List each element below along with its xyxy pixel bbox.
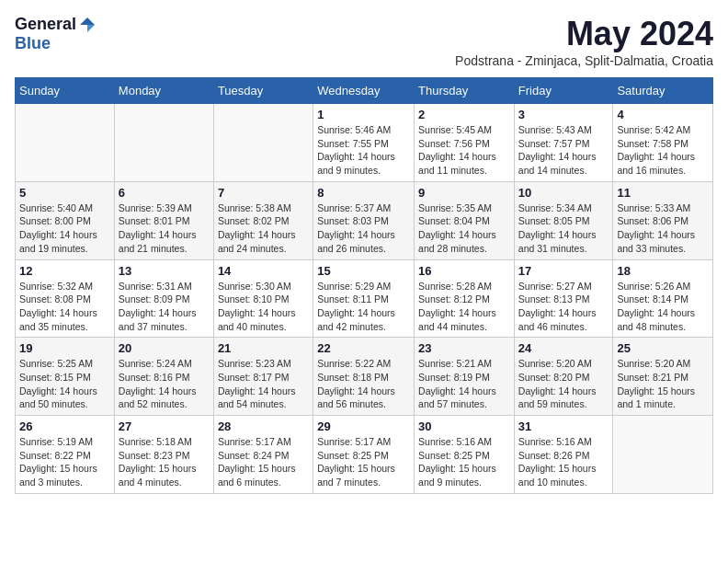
day-info: Sunrise: 5:42 AM Sunset: 7:58 PM Dayligh… [617, 123, 709, 178]
day-info: Sunrise: 5:18 AM Sunset: 8:23 PM Dayligh… [119, 435, 210, 489]
svg-marker-1 [87, 25, 95, 32]
day-of-week-header: Wednesday [313, 78, 415, 104]
day-info: Sunrise: 5:17 AM Sunset: 8:25 PM Dayligh… [317, 435, 410, 489]
calendar-cell: 10Sunrise: 5:34 AM Sunset: 8:05 PM Dayli… [514, 181, 613, 259]
logo-general: General [15, 15, 76, 34]
day-number: 18 [617, 264, 709, 278]
calendar-cell: 9Sunrise: 5:35 AM Sunset: 8:04 PM Daylig… [415, 181, 515, 259]
day-info: Sunrise: 5:20 AM Sunset: 8:21 PM Dayligh… [617, 357, 709, 411]
day-number: 27 [119, 419, 210, 433]
day-info: Sunrise: 5:29 AM Sunset: 8:11 PM Dayligh… [317, 280, 410, 334]
logo: General Blue [15, 15, 97, 53]
day-number: 30 [418, 419, 510, 433]
day-of-week-header: Sunday [16, 78, 115, 104]
calendar-cell: 31Sunrise: 5:16 AM Sunset: 8:26 PM Dayli… [514, 416, 613, 494]
day-number: 12 [19, 264, 110, 278]
calendar-table: SundayMondayTuesdayWednesdayThursdayFrid… [15, 77, 713, 494]
calendar-cell: 19Sunrise: 5:25 AM Sunset: 8:15 PM Dayli… [16, 338, 115, 416]
calendar-cell [213, 104, 313, 182]
day-number: 14 [218, 264, 309, 278]
calendar-cell: 8Sunrise: 5:37 AM Sunset: 8:03 PM Daylig… [313, 181, 415, 259]
day-number: 1 [317, 108, 410, 121]
day-info: Sunrise: 5:30 AM Sunset: 8:10 PM Dayligh… [218, 280, 309, 334]
day-info: Sunrise: 5:21 AM Sunset: 8:19 PM Dayligh… [418, 357, 510, 411]
calendar-cell: 12Sunrise: 5:32 AM Sunset: 8:08 PM Dayli… [16, 259, 115, 338]
day-info: Sunrise: 5:37 AM Sunset: 8:03 PM Dayligh… [317, 201, 410, 256]
day-number: 9 [418, 186, 510, 200]
calendar-cell: 15Sunrise: 5:29 AM Sunset: 8:11 PM Dayli… [313, 259, 415, 338]
day-number: 23 [418, 341, 510, 355]
day-number: 6 [119, 186, 210, 200]
day-number: 8 [317, 186, 410, 200]
day-of-week-header: Thursday [415, 78, 515, 104]
calendar-cell: 1Sunrise: 5:46 AM Sunset: 7:55 PM Daylig… [313, 104, 415, 182]
day-info: Sunrise: 5:27 AM Sunset: 8:13 PM Dayligh… [518, 280, 609, 334]
calendar-cell: 28Sunrise: 5:17 AM Sunset: 8:24 PM Dayli… [213, 416, 313, 494]
calendar-cell [613, 416, 713, 494]
calendar-week-row: 12Sunrise: 5:32 AM Sunset: 8:08 PM Dayli… [16, 259, 713, 338]
day-number: 26 [19, 419, 110, 433]
calendar-cell: 11Sunrise: 5:33 AM Sunset: 8:06 PM Dayli… [613, 181, 713, 259]
day-number: 24 [518, 341, 609, 355]
calendar-cell [114, 104, 213, 182]
day-number: 16 [418, 264, 510, 278]
calendar-week-row: 19Sunrise: 5:25 AM Sunset: 8:15 PM Dayli… [16, 338, 713, 416]
calendar-cell: 27Sunrise: 5:18 AM Sunset: 8:23 PM Dayli… [114, 416, 213, 494]
calendar-cell: 4Sunrise: 5:42 AM Sunset: 7:58 PM Daylig… [613, 104, 713, 182]
day-info: Sunrise: 5:39 AM Sunset: 8:01 PM Dayligh… [119, 201, 210, 256]
svg-marker-0 [80, 17, 95, 25]
day-info: Sunrise: 5:40 AM Sunset: 8:00 PM Dayligh… [19, 201, 110, 256]
day-number: 13 [119, 264, 210, 278]
day-number: 3 [518, 108, 609, 121]
calendar-cell: 14Sunrise: 5:30 AM Sunset: 8:10 PM Dayli… [213, 259, 313, 338]
calendar-cell: 13Sunrise: 5:31 AM Sunset: 8:09 PM Dayli… [114, 259, 213, 338]
day-info: Sunrise: 5:19 AM Sunset: 8:22 PM Dayligh… [19, 435, 110, 489]
day-info: Sunrise: 5:23 AM Sunset: 8:17 PM Dayligh… [218, 357, 309, 411]
subtitle: Podstrana - Zminjaca, Split-Dalmatia, Cr… [455, 53, 713, 68]
calendar-cell: 18Sunrise: 5:26 AM Sunset: 8:14 PM Dayli… [613, 259, 713, 338]
day-info: Sunrise: 5:28 AM Sunset: 8:12 PM Dayligh… [418, 280, 510, 334]
day-info: Sunrise: 5:38 AM Sunset: 8:02 PM Dayligh… [218, 201, 309, 256]
calendar-cell: 2Sunrise: 5:45 AM Sunset: 7:56 PM Daylig… [415, 104, 515, 182]
day-number: 28 [218, 419, 309, 433]
calendar-week-row: 26Sunrise: 5:19 AM Sunset: 8:22 PM Dayli… [16, 416, 713, 494]
calendar-week-row: 1Sunrise: 5:46 AM Sunset: 7:55 PM Daylig… [16, 104, 713, 182]
calendar-cell: 30Sunrise: 5:16 AM Sunset: 8:25 PM Dayli… [415, 416, 515, 494]
calendar-cell: 24Sunrise: 5:20 AM Sunset: 8:20 PM Dayli… [514, 338, 613, 416]
calendar-week-row: 5Sunrise: 5:40 AM Sunset: 8:00 PM Daylig… [16, 181, 713, 259]
calendar-cell: 20Sunrise: 5:24 AM Sunset: 8:16 PM Dayli… [114, 338, 213, 416]
day-info: Sunrise: 5:22 AM Sunset: 8:18 PM Dayligh… [317, 357, 410, 411]
calendar-cell: 3Sunrise: 5:43 AM Sunset: 7:57 PM Daylig… [514, 104, 613, 182]
day-number: 2 [418, 108, 510, 121]
day-info: Sunrise: 5:34 AM Sunset: 8:05 PM Dayligh… [518, 201, 609, 256]
calendar-cell: 7Sunrise: 5:38 AM Sunset: 8:02 PM Daylig… [213, 181, 313, 259]
day-info: Sunrise: 5:31 AM Sunset: 8:09 PM Dayligh… [119, 280, 210, 334]
day-info: Sunrise: 5:16 AM Sunset: 8:26 PM Dayligh… [518, 435, 609, 489]
calendar-cell: 5Sunrise: 5:40 AM Sunset: 8:00 PM Daylig… [16, 181, 115, 259]
calendar-cell: 25Sunrise: 5:20 AM Sunset: 8:21 PM Dayli… [613, 338, 713, 416]
day-info: Sunrise: 5:17 AM Sunset: 8:24 PM Dayligh… [218, 435, 309, 489]
title-section: May 2024 Podstrana - Zminjaca, Split-Dal… [455, 15, 713, 68]
day-number: 11 [617, 186, 709, 200]
calendar-cell: 16Sunrise: 5:28 AM Sunset: 8:12 PM Dayli… [415, 259, 515, 338]
day-info: Sunrise: 5:25 AM Sunset: 8:15 PM Dayligh… [19, 357, 110, 411]
day-number: 25 [617, 341, 709, 355]
day-info: Sunrise: 5:45 AM Sunset: 7:56 PM Dayligh… [418, 123, 510, 178]
calendar-cell: 21Sunrise: 5:23 AM Sunset: 8:17 PM Dayli… [213, 338, 313, 416]
day-number: 17 [518, 264, 609, 278]
day-of-week-header: Tuesday [213, 78, 313, 104]
day-info: Sunrise: 5:35 AM Sunset: 8:04 PM Dayligh… [418, 201, 510, 256]
day-number: 4 [617, 108, 709, 121]
day-number: 31 [518, 419, 609, 433]
logo-blue: Blue [15, 34, 51, 53]
day-info: Sunrise: 5:26 AM Sunset: 8:14 PM Dayligh… [617, 280, 709, 334]
day-info: Sunrise: 5:32 AM Sunset: 8:08 PM Dayligh… [19, 280, 110, 334]
day-number: 10 [518, 186, 609, 200]
day-of-week-header: Saturday [613, 78, 713, 104]
day-of-week-header: Monday [114, 78, 213, 104]
calendar-cell [16, 104, 115, 182]
page-header: General Blue May 2024 Podstrana - Zminja… [15, 15, 713, 68]
day-info: Sunrise: 5:46 AM Sunset: 7:55 PM Dayligh… [317, 123, 410, 178]
day-number: 22 [317, 341, 410, 355]
month-title: May 2024 [455, 15, 713, 53]
